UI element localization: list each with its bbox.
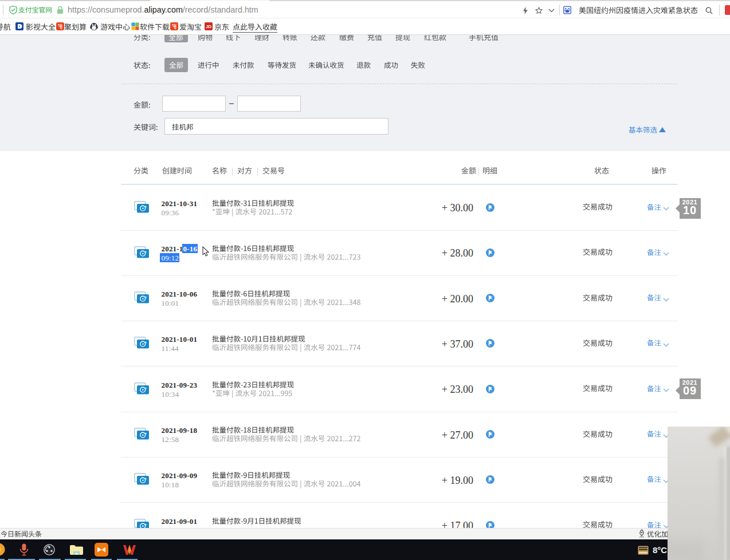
svg-text:JD: JD [206,24,211,29]
